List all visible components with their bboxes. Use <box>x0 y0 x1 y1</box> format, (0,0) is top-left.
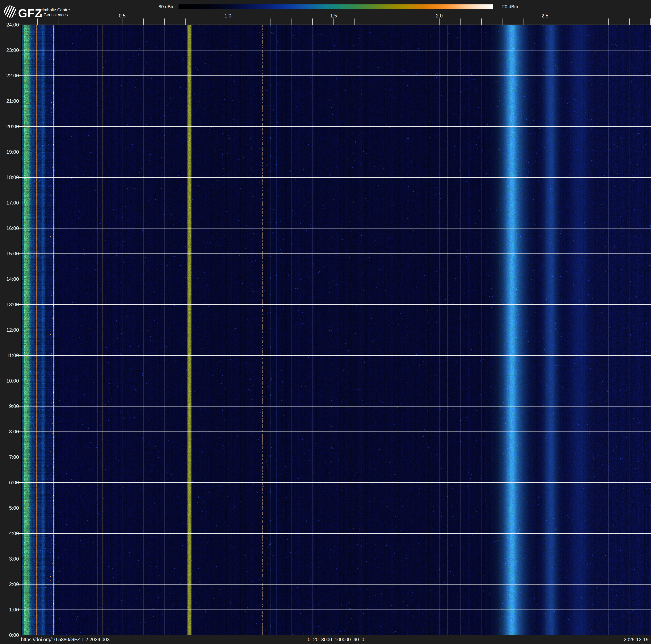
time-tick <box>17 381 21 381</box>
freq-tick <box>312 19 313 25</box>
time-tick <box>17 25 21 25</box>
freq-tick <box>418 19 418 25</box>
freq-tick <box>502 19 503 25</box>
freq-tick <box>80 19 80 25</box>
spectrogram-page: GFZ Helmholtz Centre for Geosciences -80… <box>0 0 651 644</box>
time-tick <box>17 482 21 483</box>
footer-dataset-name: 0_20_3000_100000_40_0 <box>21 637 651 643</box>
time-tick <box>17 50 21 51</box>
time-tick <box>17 152 21 152</box>
time-tick <box>17 177 21 178</box>
time-tick <box>17 508 21 508</box>
freq-tick <box>249 19 249 25</box>
freq-tick <box>460 19 461 25</box>
gfz-org-name: Helmholtz Centre for Geosciences <box>37 7 70 17</box>
plot-area <box>21 25 651 635</box>
time-tick <box>17 101 21 101</box>
time-tick <box>17 584 21 585</box>
time-tick <box>17 76 21 76</box>
time-tick <box>17 254 21 254</box>
freq-tick <box>650 19 651 25</box>
time-tick <box>17 203 21 203</box>
time-tick <box>17 635 21 635</box>
gfz-globe-icon <box>4 5 17 18</box>
spectrogram-canvas <box>21 25 651 635</box>
freq-tick <box>587 19 587 25</box>
freq-tick-label: 1.0 <box>222 13 234 19</box>
freq-tick-label: 2.0 <box>433 13 445 19</box>
colorbar-min-label: -80 dBm <box>157 4 174 9</box>
freq-tick <box>545 19 545 25</box>
freq-tick <box>334 19 334 25</box>
freq-tick <box>481 19 482 25</box>
freq-tick-label: 0.5 <box>116 13 128 19</box>
freq-tick <box>228 19 228 25</box>
colorbar <box>179 4 493 9</box>
colorbar-max-label: -20 dBm <box>501 4 518 9</box>
freq-tick-label: 2.5 <box>539 13 551 19</box>
time-tick <box>17 355 21 356</box>
freq-tick <box>524 19 524 25</box>
freq-tick <box>629 19 630 25</box>
freq-tick <box>397 19 397 25</box>
freq-tick-label: 1.5 <box>328 13 340 19</box>
freq-tick <box>185 19 186 25</box>
plot-bottom-axis-line <box>21 635 651 635</box>
freq-tick <box>354 19 355 25</box>
time-tick <box>17 228 21 229</box>
time-tick <box>17 533 21 534</box>
time-tick <box>17 330 21 330</box>
time-tick <box>17 559 21 559</box>
time-tick <box>17 457 21 457</box>
plot-top-axis-line <box>21 25 651 25</box>
freq-tick <box>59 19 59 25</box>
time-tick <box>17 406 21 407</box>
freq-tick <box>291 19 291 25</box>
footer-date: 2025-12-19 <box>624 637 649 643</box>
freq-tick <box>164 19 165 25</box>
freq-tick <box>566 19 566 25</box>
freq-tick <box>207 19 207 25</box>
freq-tick <box>37 19 38 25</box>
freq-tick <box>439 19 439 25</box>
time-tick <box>17 432 21 432</box>
freq-tick <box>122 19 122 25</box>
gfz-org-line2: for Geosciences <box>37 12 70 17</box>
time-tick <box>17 304 21 305</box>
time-tick <box>17 126 21 127</box>
time-tick <box>17 610 21 610</box>
freq-tick <box>270 19 271 25</box>
time-tick <box>17 279 21 279</box>
freq-tick <box>376 19 376 25</box>
gfz-org-line1: Helmholtz Centre <box>37 7 70 12</box>
freq-tick <box>143 19 144 25</box>
freq-tick <box>608 19 609 25</box>
freq-tick <box>101 19 101 25</box>
